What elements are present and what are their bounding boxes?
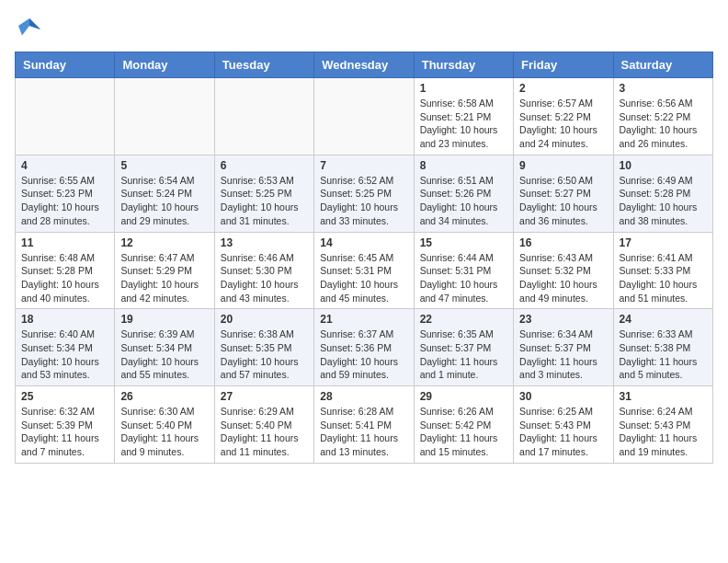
day-info: Sunrise: 6:54 AM Sunset: 5:24 PM Dayligh… bbox=[120, 174, 208, 228]
week-row-2: 4Sunrise: 6:55 AM Sunset: 5:23 PM Daylig… bbox=[16, 155, 713, 232]
day-number: 30 bbox=[519, 390, 607, 403]
calendar-cell bbox=[314, 78, 414, 155]
day-number: 23 bbox=[519, 313, 607, 326]
calendar-cell: 10Sunrise: 6:49 AM Sunset: 5:28 PM Dayli… bbox=[613, 155, 712, 232]
day-number: 19 bbox=[120, 313, 208, 326]
day-info: Sunrise: 6:57 AM Sunset: 5:22 PM Dayligh… bbox=[519, 97, 607, 151]
calendar-cell: 5Sunrise: 6:54 AM Sunset: 5:24 PM Daylig… bbox=[115, 155, 214, 232]
day-info: Sunrise: 6:41 AM Sunset: 5:33 PM Dayligh… bbox=[620, 251, 707, 305]
calendar-cell: 23Sunrise: 6:34 AM Sunset: 5:37 PM Dayli… bbox=[514, 309, 613, 386]
calendar-cell: 17Sunrise: 6:41 AM Sunset: 5:33 PM Dayli… bbox=[613, 232, 712, 309]
day-info: Sunrise: 6:51 AM Sunset: 5:26 PM Dayligh… bbox=[420, 174, 507, 228]
day-number: 13 bbox=[221, 236, 308, 249]
day-info: Sunrise: 6:53 AM Sunset: 5:25 PM Dayligh… bbox=[221, 174, 308, 228]
week-row-5: 25Sunrise: 6:32 AM Sunset: 5:39 PM Dayli… bbox=[16, 386, 713, 464]
day-info: Sunrise: 6:44 AM Sunset: 5:31 PM Dayligh… bbox=[420, 251, 507, 305]
day-header-wednesday: Wednesday bbox=[314, 52, 414, 78]
day-info: Sunrise: 6:28 AM Sunset: 5:41 PM Dayligh… bbox=[320, 405, 407, 459]
day-number: 29 bbox=[420, 390, 507, 403]
day-number: 17 bbox=[620, 236, 707, 249]
day-number: 26 bbox=[120, 390, 208, 403]
day-header-friday: Friday bbox=[514, 52, 613, 78]
calendar-cell bbox=[16, 78, 115, 155]
day-number: 8 bbox=[420, 159, 507, 172]
day-info: Sunrise: 6:55 AM Sunset: 5:23 PM Dayligh… bbox=[21, 174, 108, 228]
day-info: Sunrise: 6:30 AM Sunset: 5:40 PM Dayligh… bbox=[120, 405, 208, 459]
day-info: Sunrise: 6:45 AM Sunset: 5:31 PM Dayligh… bbox=[320, 251, 407, 305]
day-number: 5 bbox=[120, 159, 208, 172]
day-info: Sunrise: 6:50 AM Sunset: 5:27 PM Dayligh… bbox=[519, 174, 607, 228]
day-number: 1 bbox=[420, 82, 507, 95]
day-info: Sunrise: 6:49 AM Sunset: 5:28 PM Dayligh… bbox=[620, 174, 707, 228]
calendar-cell: 15Sunrise: 6:44 AM Sunset: 5:31 PM Dayli… bbox=[414, 232, 513, 309]
day-number: 28 bbox=[320, 390, 407, 403]
calendar-cell: 24Sunrise: 6:33 AM Sunset: 5:38 PM Dayli… bbox=[613, 309, 712, 386]
logo bbox=[15, 15, 48, 44]
day-number: 21 bbox=[320, 313, 407, 326]
calendar-cell: 22Sunrise: 6:35 AM Sunset: 5:37 PM Dayli… bbox=[414, 309, 513, 386]
day-info: Sunrise: 6:56 AM Sunset: 5:22 PM Dayligh… bbox=[620, 97, 707, 151]
day-info: Sunrise: 6:40 AM Sunset: 5:34 PM Dayligh… bbox=[21, 327, 108, 382]
calendar-cell bbox=[115, 78, 214, 155]
calendar-header: SundayMondayTuesdayWednesdayThursdayFrid… bbox=[16, 52, 713, 78]
day-info: Sunrise: 6:39 AM Sunset: 5:34 PM Dayligh… bbox=[120, 327, 208, 382]
calendar-body: 1Sunrise: 6:58 AM Sunset: 5:21 PM Daylig… bbox=[16, 78, 713, 464]
day-number: 18 bbox=[21, 313, 108, 326]
day-number: 9 bbox=[519, 159, 607, 172]
day-info: Sunrise: 6:46 AM Sunset: 5:30 PM Dayligh… bbox=[221, 251, 308, 305]
day-info: Sunrise: 6:25 AM Sunset: 5:43 PM Dayligh… bbox=[519, 405, 607, 459]
day-info: Sunrise: 6:43 AM Sunset: 5:32 PM Dayligh… bbox=[519, 251, 607, 305]
day-info: Sunrise: 6:33 AM Sunset: 5:38 PM Dayligh… bbox=[620, 327, 707, 382]
calendar-cell: 3Sunrise: 6:56 AM Sunset: 5:22 PM Daylig… bbox=[613, 78, 712, 155]
calendar-cell: 21Sunrise: 6:37 AM Sunset: 5:36 PM Dayli… bbox=[314, 309, 414, 386]
week-row-3: 11Sunrise: 6:48 AM Sunset: 5:28 PM Dayli… bbox=[16, 232, 713, 309]
day-info: Sunrise: 6:32 AM Sunset: 5:39 PM Dayligh… bbox=[21, 405, 108, 459]
day-header-monday: Monday bbox=[115, 52, 214, 78]
calendar-cell: 8Sunrise: 6:51 AM Sunset: 5:26 PM Daylig… bbox=[414, 155, 513, 232]
day-number: 11 bbox=[21, 236, 108, 249]
day-header-saturday: Saturday bbox=[613, 52, 712, 78]
day-number: 27 bbox=[221, 390, 308, 403]
day-number: 22 bbox=[420, 313, 507, 326]
day-number: 31 bbox=[620, 390, 707, 403]
day-number: 3 bbox=[620, 82, 707, 95]
day-info: Sunrise: 6:47 AM Sunset: 5:29 PM Dayligh… bbox=[120, 251, 208, 305]
header bbox=[15, 15, 713, 44]
calendar-cell: 27Sunrise: 6:29 AM Sunset: 5:40 PM Dayli… bbox=[214, 386, 313, 464]
calendar-cell: 1Sunrise: 6:58 AM Sunset: 5:21 PM Daylig… bbox=[414, 78, 513, 155]
day-info: Sunrise: 6:58 AM Sunset: 5:21 PM Dayligh… bbox=[420, 97, 507, 151]
day-number: 15 bbox=[420, 236, 507, 249]
day-info: Sunrise: 6:48 AM Sunset: 5:28 PM Dayligh… bbox=[21, 251, 108, 305]
day-number: 6 bbox=[221, 159, 308, 172]
day-info: Sunrise: 6:52 AM Sunset: 5:25 PM Dayligh… bbox=[320, 174, 407, 228]
calendar-cell: 29Sunrise: 6:26 AM Sunset: 5:42 PM Dayli… bbox=[414, 386, 513, 464]
calendar-cell: 13Sunrise: 6:46 AM Sunset: 5:30 PM Dayli… bbox=[214, 232, 313, 309]
calendar-cell: 28Sunrise: 6:28 AM Sunset: 5:41 PM Dayli… bbox=[314, 386, 414, 464]
svg-marker-1 bbox=[29, 18, 40, 29]
page-container: SundayMondayTuesdayWednesdayThursdayFrid… bbox=[15, 15, 713, 464]
day-info: Sunrise: 6:37 AM Sunset: 5:36 PM Dayligh… bbox=[320, 327, 407, 382]
calendar-cell: 7Sunrise: 6:52 AM Sunset: 5:25 PM Daylig… bbox=[314, 155, 414, 232]
calendar-cell: 31Sunrise: 6:24 AM Sunset: 5:43 PM Dayli… bbox=[613, 386, 712, 464]
day-info: Sunrise: 6:24 AM Sunset: 5:43 PM Dayligh… bbox=[620, 405, 707, 459]
calendar-cell: 12Sunrise: 6:47 AM Sunset: 5:29 PM Dayli… bbox=[115, 232, 214, 309]
calendar-cell: 9Sunrise: 6:50 AM Sunset: 5:27 PM Daylig… bbox=[514, 155, 613, 232]
calendar-cell: 25Sunrise: 6:32 AM Sunset: 5:39 PM Dayli… bbox=[16, 386, 115, 464]
day-header-thursday: Thursday bbox=[414, 52, 513, 78]
calendar-cell: 14Sunrise: 6:45 AM Sunset: 5:31 PM Dayli… bbox=[314, 232, 414, 309]
day-header-sunday: Sunday bbox=[16, 52, 115, 78]
calendar-cell: 20Sunrise: 6:38 AM Sunset: 5:35 PM Dayli… bbox=[214, 309, 313, 386]
calendar-cell: 26Sunrise: 6:30 AM Sunset: 5:40 PM Dayli… bbox=[115, 386, 214, 464]
calendar-cell: 19Sunrise: 6:39 AM Sunset: 5:34 PM Dayli… bbox=[115, 309, 214, 386]
day-number: 16 bbox=[519, 236, 607, 249]
calendar-cell bbox=[214, 78, 313, 155]
week-row-1: 1Sunrise: 6:58 AM Sunset: 5:21 PM Daylig… bbox=[16, 78, 713, 155]
day-number: 2 bbox=[519, 82, 607, 95]
day-number: 14 bbox=[320, 236, 407, 249]
day-info: Sunrise: 6:29 AM Sunset: 5:40 PM Dayligh… bbox=[221, 405, 308, 459]
header-row: SundayMondayTuesdayWednesdayThursdayFrid… bbox=[16, 52, 713, 78]
day-info: Sunrise: 6:38 AM Sunset: 5:35 PM Dayligh… bbox=[221, 327, 308, 382]
day-number: 7 bbox=[320, 159, 407, 172]
day-number: 24 bbox=[620, 313, 707, 326]
day-number: 25 bbox=[21, 390, 108, 403]
